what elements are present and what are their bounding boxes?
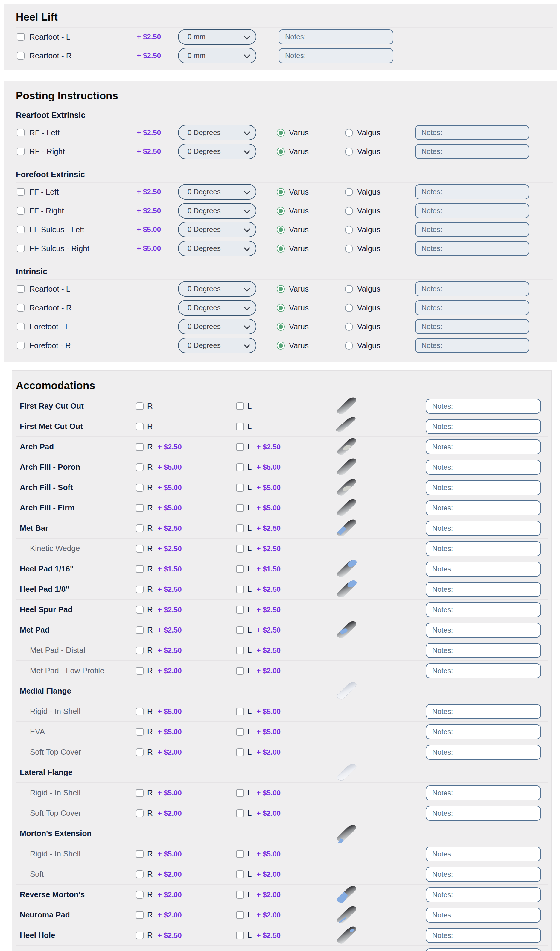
accom-neuroma-pad-25-r-checkbox[interactable] [136, 911, 144, 919]
intrinsic-forefoot-l-checkbox[interactable] [17, 323, 25, 330]
accom-kinetic-wedge-7-l-checkbox[interactable] [236, 545, 244, 553]
accom-rigid-in-shell-19-r-checkbox[interactable] [136, 789, 144, 797]
intrinsic-forefoot-l-notes-input[interactable] [415, 319, 529, 334]
accom-soft-23-l-checkbox[interactable] [236, 871, 244, 878]
accom-first-ray-cut-out-0-r-checkbox[interactable] [136, 402, 144, 410]
intrinsic-rearfoot-l-checkbox[interactable] [17, 285, 25, 293]
accom-heel-hole-26-l-checkbox[interactable] [236, 931, 244, 939]
intrinsic-forefoot-r-select[interactable]: 0 Degrees [178, 338, 256, 353]
forefoot-extrinsic-ff-right-select[interactable]: 0 Degrees [178, 203, 256, 219]
accom-arch-fill-soft-4-l-checkbox[interactable] [236, 484, 244, 492]
heel-lift-rearfoot-l-checkbox[interactable] [17, 33, 25, 41]
forefoot-extrinsic-ff-sulcus-left-checkbox[interactable] [17, 226, 25, 233]
forefoot-extrinsic-ff-sulcus-left-valgus-radio[interactable] [345, 226, 353, 234]
heel-lift-rearfoot-r-select[interactable]: 0 mm [178, 48, 256, 63]
accom-rigid-in-shell-15-l-checkbox[interactable] [236, 707, 244, 715]
rearfoot-extrinsic-rf-left-checkbox[interactable] [17, 129, 25, 137]
rearfoot-extrinsic-rf-right-varus-radio[interactable] [277, 148, 285, 156]
rearfoot-extrinsic-rf-right-select[interactable]: 0 Degrees [178, 144, 256, 159]
intrinsic-rearfoot-r-varus-radio[interactable] [277, 304, 285, 312]
accom-first-met-cut-out-1-r-checkbox[interactable] [136, 423, 144, 430]
rearfoot-extrinsic-rf-left-varus-radio[interactable] [277, 129, 285, 137]
intrinsic-forefoot-r-checkbox[interactable] [17, 342, 25, 349]
accom-heel-hole-26-notes-input[interactable] [426, 928, 541, 943]
accom-met-pad-distal-12-l-checkbox[interactable] [236, 647, 244, 654]
intrinsic-forefoot-r-varus-radio[interactable] [277, 342, 285, 350]
accom-reverse-mortons-24-notes-input[interactable] [426, 887, 541, 902]
accom-rigid-in-shell-15-notes-input[interactable] [426, 704, 541, 719]
accom-soft-top-cover-17-notes-input[interactable] [426, 745, 541, 760]
accom-rigid-in-shell-22-r-checkbox[interactable] [136, 850, 144, 858]
forefoot-extrinsic-ff-left-select[interactable]: 0 Degrees [178, 184, 256, 200]
accom-rigid-in-shell-22-notes-input[interactable] [426, 846, 541, 862]
forefoot-extrinsic-ff-right-notes-input[interactable] [415, 203, 529, 218]
accom-first-ray-cut-out-0-l-checkbox[interactable] [236, 402, 244, 410]
intrinsic-rearfoot-l-varus-radio[interactable] [277, 285, 285, 293]
accom-heel-spur-pad-10-l-checkbox[interactable] [236, 606, 244, 613]
accom-rigid-in-shell-19-notes-input[interactable] [426, 786, 541, 800]
accom-met-pad-distal-12-r-checkbox[interactable] [136, 647, 144, 654]
accom-heel-pad-1-16-8-l-checkbox[interactable] [236, 565, 244, 573]
forefoot-extrinsic-ff-sulcus-right-select[interactable]: 0 Degrees [178, 240, 256, 256]
accom-met-bar-6-notes-input[interactable] [426, 521, 541, 536]
accom-arch-fill-poron-3-r-checkbox[interactable] [136, 463, 144, 471]
accom-kinetic-wedge-7-notes-input[interactable] [426, 541, 541, 556]
accom-skid-plate-27-notes-input[interactable] [426, 948, 541, 951]
accom-met-pad-low-profile-13-l-checkbox[interactable] [236, 667, 244, 675]
accom-arch-fill-soft-4-r-checkbox[interactable] [136, 484, 144, 492]
intrinsic-forefoot-r-notes-input[interactable] [415, 338, 529, 353]
accom-soft-top-cover-17-r-checkbox[interactable] [136, 748, 144, 756]
accom-met-bar-6-l-checkbox[interactable] [236, 524, 244, 532]
heel-lift-rearfoot-r-notes-input[interactable] [278, 48, 393, 63]
forefoot-extrinsic-ff-left-checkbox[interactable] [17, 188, 25, 196]
accom-first-ray-cut-out-0-notes-input[interactable] [426, 399, 541, 414]
accom-eva-16-r-checkbox[interactable] [136, 728, 144, 736]
accom-first-met-cut-out-1-notes-input[interactable] [426, 419, 541, 434]
accom-reverse-mortons-24-r-checkbox[interactable] [136, 891, 144, 899]
accom-neuroma-pad-25-notes-input[interactable] [426, 908, 541, 923]
accom-eva-16-notes-input[interactable] [426, 724, 541, 739]
forefoot-extrinsic-ff-left-valgus-radio[interactable] [345, 188, 353, 196]
rearfoot-extrinsic-rf-left-notes-input[interactable] [415, 125, 529, 140]
heel-lift-rearfoot-l-select[interactable]: 0 mm [178, 29, 256, 45]
forefoot-extrinsic-ff-right-varus-radio[interactable] [277, 207, 285, 215]
accom-heel-pad-1-16-8-notes-input[interactable] [426, 561, 541, 576]
accom-rigid-in-shell-19-l-checkbox[interactable] [236, 789, 244, 797]
accom-arch-fill-poron-3-l-checkbox[interactable] [236, 463, 244, 471]
accom-reverse-mortons-24-l-checkbox[interactable] [236, 891, 244, 899]
accom-met-pad-low-profile-13-notes-input[interactable] [426, 663, 541, 678]
accom-met-pad-11-l-checkbox[interactable] [236, 626, 244, 634]
accom-soft-top-cover-20-l-checkbox[interactable] [236, 809, 244, 817]
forefoot-extrinsic-ff-sulcus-left-notes-input[interactable] [415, 222, 529, 237]
intrinsic-rearfoot-l-select[interactable]: 0 Degrees [178, 281, 256, 297]
accom-met-bar-6-r-checkbox[interactable] [136, 524, 144, 532]
accom-arch-fill-firm-5-notes-input[interactable] [426, 501, 541, 515]
accom-arch-fill-firm-5-r-checkbox[interactable] [136, 504, 144, 512]
accom-soft-top-cover-17-l-checkbox[interactable] [236, 748, 244, 756]
accom-eva-16-l-checkbox[interactable] [236, 728, 244, 736]
accom-arch-pad-2-r-checkbox[interactable] [136, 443, 144, 451]
intrinsic-forefoot-l-valgus-radio[interactable] [345, 323, 353, 331]
accom-heel-spur-pad-10-r-checkbox[interactable] [136, 606, 144, 613]
forefoot-extrinsic-ff-sulcus-left-varus-radio[interactable] [277, 226, 285, 234]
forefoot-extrinsic-ff-right-valgus-radio[interactable] [345, 207, 353, 215]
forefoot-extrinsic-ff-sulcus-right-valgus-radio[interactable] [345, 245, 353, 253]
accom-met-pad-11-r-checkbox[interactable] [136, 626, 144, 634]
rearfoot-extrinsic-rf-right-checkbox[interactable] [17, 148, 25, 156]
forefoot-extrinsic-ff-sulcus-right-varus-radio[interactable] [277, 245, 285, 253]
intrinsic-rearfoot-r-notes-input[interactable] [415, 300, 529, 315]
forefoot-extrinsic-ff-sulcus-right-notes-input[interactable] [415, 241, 529, 256]
rearfoot-extrinsic-rf-left-select[interactable]: 0 Degrees [178, 125, 256, 140]
intrinsic-rearfoot-l-notes-input[interactable] [415, 281, 529, 296]
intrinsic-forefoot-r-valgus-radio[interactable] [345, 342, 353, 350]
intrinsic-rearfoot-r-select[interactable]: 0 Degrees [178, 300, 256, 316]
heel-lift-rearfoot-l-notes-input[interactable] [278, 29, 393, 44]
accom-heel-pad-1-8-9-l-checkbox[interactable] [236, 586, 244, 593]
intrinsic-rearfoot-l-valgus-radio[interactable] [345, 285, 353, 293]
accom-kinetic-wedge-7-r-checkbox[interactable] [136, 545, 144, 553]
accom-heel-hole-26-r-checkbox[interactable] [136, 931, 144, 939]
accom-heel-spur-pad-10-notes-input[interactable] [426, 602, 541, 617]
accom-heel-pad-1-16-8-r-checkbox[interactable] [136, 565, 144, 573]
accom-heel-pad-1-8-9-r-checkbox[interactable] [136, 586, 144, 593]
rearfoot-extrinsic-rf-right-notes-input[interactable] [415, 144, 529, 159]
